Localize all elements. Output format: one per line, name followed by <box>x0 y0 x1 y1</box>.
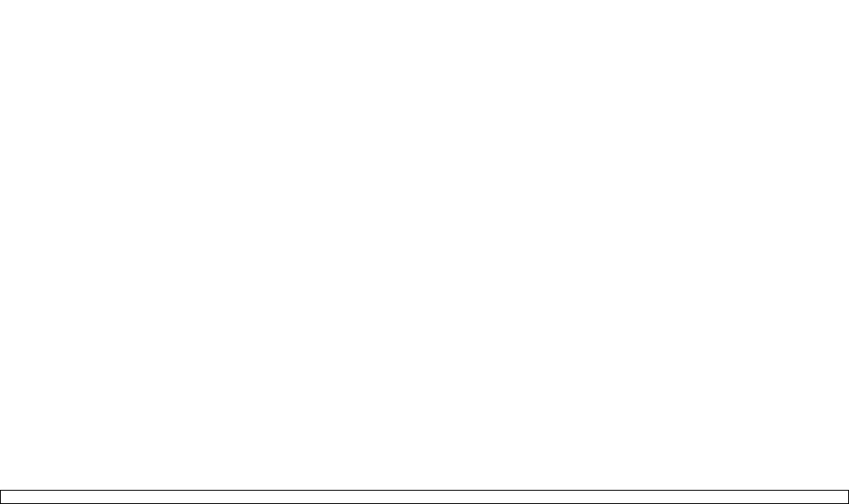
weather-chart-page <box>0 0 849 504</box>
footer-bar <box>0 490 849 504</box>
chart-canvas <box>0 0 849 504</box>
